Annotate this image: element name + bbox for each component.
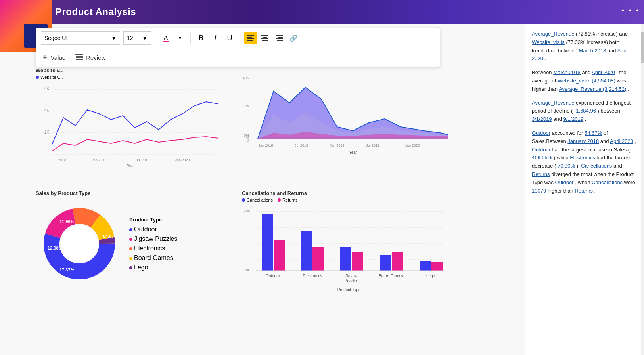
font-size-select[interactable]: 12 ▼ [123,31,151,45]
more-options-button[interactable]: • • • [621,6,640,15]
legend-title: Product Type [129,217,177,223]
toolbar-popup: Segoe UI ▼ 12 ▼ A ▼ B I U [36,28,440,67]
svg-rect-63 [352,252,363,271]
svg-text:Year: Year [127,164,135,168]
svg-rect-8 [276,35,283,36]
font-color-button[interactable]: A [159,32,172,44]
product-type-legend: Product Type Outdoor Jigsaw Puzzles Elec… [129,217,177,271]
svg-text:Outdoor: Outdoor [266,274,280,278]
insight-paragraph-2: Between March 2018 and April 2020 , the … [532,69,638,93]
svg-rect-4 [261,35,268,36]
cancellations-title: Cancellations and Returns [242,190,464,196]
link-button[interactable]: 🔗 [287,32,300,44]
bold-button[interactable]: B [195,32,207,44]
svg-text:Jul 2019: Jul 2019 [366,143,380,147]
insight-paragraph-3: Average_Revenue experienced the longest … [532,99,638,124]
right-panel: Average_Revenue (72.81% increase) and We… [525,24,644,355]
cancellations-legend: Cancellations Returns [242,198,464,202]
scrollbar-thumb[interactable] [641,32,644,63]
charts-area: Website v... Website v... 6K 4K 2K Jul 2 [36,63,525,355]
svg-text:40M: 40M [243,76,250,80]
svg-rect-12 [75,54,83,55]
svg-rect-62 [340,247,351,271]
align-right-button[interactable] [273,32,286,44]
product-type-chart: Sales by Product Type [36,190,234,329]
svg-text:17.37%: 17.37% [59,267,75,272]
color-indicator [163,41,169,42]
scrollbar-track[interactable] [641,24,644,355]
svg-text:Year: Year [349,150,357,155]
svg-text:Jan 2020: Jan 2020 [175,158,190,162]
legend-outdoor: Outdoor [129,226,177,233]
svg-rect-13 [76,56,83,57]
svg-rect-14 [76,57,83,58]
page-title: Product Analysis [56,6,136,17]
legend-lego: Lego [129,264,177,271]
svg-text:6K: 6K [44,86,50,91]
svg-text:Electronics: Electronics [303,274,322,278]
insight-paragraph-4: Outdoor accounted for 54.67% of Sales.Be… [532,129,638,195]
svg-text:Jan 2018: Jan 2018 [258,143,273,147]
insight-paragraph-1: Average_Revenue (72.81% increase) and We… [532,30,638,63]
svg-text:Sales: Sales [246,134,250,143]
svg-text:Product Type: Product Type [337,288,361,292]
separator2 [190,32,191,44]
legend-boardgames: Board Games [129,254,177,261]
svg-rect-66 [420,261,431,271]
sales-chart: 40M 20M 0M Jan 2018 Jul 2018 Jan 2019 Ju… [242,67,464,178]
svg-rect-58 [262,214,273,271]
product-type-title: Sales by Product Type [36,190,234,196]
website-visits-chart: Website v... Website v... 6K 4K 2K Jul 2 [36,67,234,178]
svg-rect-2 [247,38,254,39]
svg-rect-67 [431,262,443,271]
svg-rect-15 [76,59,83,60]
svg-text:Jan 2020: Jan 2020 [405,143,420,147]
header: Product Analysis • • • [0,0,644,24]
align-left-button[interactable] [244,32,257,44]
website-legend: Website v... [36,75,234,80]
svg-text:Jan 2019: Jan 2019 [92,158,106,162]
svg-text:54.67%: 54.67% [103,234,118,239]
svg-point-46 [61,225,98,262]
align-right-icon [276,35,283,41]
website-visits-title: Website v... [36,67,234,73]
svg-text:Jigsaw: Jigsaw [345,274,358,278]
svg-rect-6 [261,38,268,39]
review-button[interactable]: Review [75,54,105,61]
svg-rect-7 [262,40,268,41]
legend-jigsaw: Jigsaw Puzzles [129,235,177,242]
align-left-icon [247,35,254,41]
italic-button[interactable]: I [209,32,222,44]
review-icon [75,54,83,61]
svg-text:Jan 2019: Jan 2019 [330,143,344,147]
donut-chart-svg: 54.67% 11.96% 12.98% 17.37% [36,200,123,287]
svg-rect-65 [392,252,403,271]
svg-text:2K: 2K [44,130,50,134]
svg-rect-1 [247,37,252,38]
svg-text:Jul 2019: Jul 2019 [136,158,150,162]
separator3 [240,32,240,44]
svg-text:4K: 4K [44,108,50,113]
sales-svg: 40M 20M 0M Jan 2018 Jul 2018 Jan 2019 Ju… [242,67,456,162]
bar-chart-svg: 20K 0K [242,204,456,311]
svg-text:Lego: Lego [426,274,435,278]
svg-rect-11 [277,40,283,41]
toolbar-row2: + Value Review [36,48,440,67]
toolbar-row1: Segoe UI ▼ 12 ▼ A ▼ B I U [36,28,440,48]
website-visits-svg: 6K 4K 2K Jul 2018 Jan 2019 Jul 2019 Jan … [36,82,226,169]
add-value-button[interactable]: + Value [42,52,65,63]
font-family-select[interactable]: Segoe UI ▼ [41,31,120,45]
svg-rect-10 [276,38,283,39]
color-picker-button[interactable]: ▼ [174,32,186,44]
main-content: Segoe UI ▼ 12 ▼ A ▼ B I U [0,24,525,355]
svg-text:20M: 20M [243,104,250,108]
cancellations-chart: Cancellations and Returns Cancellations … [242,190,464,329]
svg-text:Jul 2018: Jul 2018 [295,143,308,147]
svg-text:20K: 20K [244,209,250,213]
svg-text:Jul 2018: Jul 2018 [53,158,66,162]
svg-rect-59 [274,240,285,271]
svg-rect-3 [247,40,253,41]
svg-rect-60 [301,231,312,271]
underline-button[interactable]: U [223,32,236,44]
align-center-button[interactable] [259,32,271,44]
